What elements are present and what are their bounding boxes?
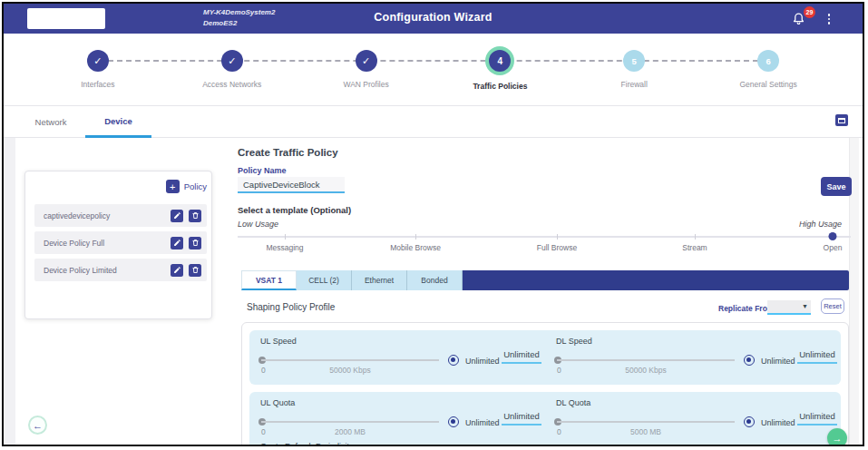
expand-panel-icon[interactable]: [835, 114, 848, 126]
quota-card: UL Quota 0 2000 MB Unlimited Unlimited D…: [249, 392, 841, 446]
unlimited-radio-label: Unlimited: [761, 357, 795, 366]
trash-icon: [191, 239, 200, 247]
policy-name: captivedevicepolicy: [34, 211, 171, 220]
slider-track[interactable]: [238, 236, 851, 238]
speed-card: UL Speed 0 50000 Kbps Unlimited Unlimite…: [249, 330, 841, 385]
wizard-stepper: Interfaces Access Networks WAN Profiles …: [4, 34, 863, 105]
unlimited-radio-label: Unlimited: [465, 418, 500, 427]
step-general-settings[interactable]: 6 General Settings: [701, 34, 835, 105]
slider-track[interactable]: [261, 421, 439, 423]
delete-policy-button[interactable]: [189, 210, 201, 222]
interface-tabbar-filler: [463, 270, 849, 290]
notifications-button[interactable]: 29: [792, 11, 808, 27]
unlimited-radio[interactable]: [448, 355, 459, 366]
back-button[interactable]: [28, 416, 47, 435]
delete-policy-button[interactable]: [189, 264, 201, 277]
policy-row[interactable]: captivedevicepolicy: [34, 204, 207, 227]
slider-min-value: 0: [261, 427, 266, 436]
tab-bonded[interactable]: Bonded: [407, 270, 463, 290]
ul-speed-section: UL Speed 0 50000 Kbps Unlimited Unlimite…: [249, 330, 545, 385]
slider-max-value: 50000 Kbps: [625, 366, 666, 375]
add-policy-label: Policy: [184, 181, 207, 191]
tab-ethernet[interactable]: Ethernet: [352, 270, 407, 290]
template-option-messaging[interactable]: Messaging: [266, 243, 303, 252]
high-usage-label: High Usage: [799, 220, 842, 229]
slider-min-value: 0: [557, 427, 561, 436]
policy-name: Device Policy Limited: [34, 266, 171, 275]
unlimited-radio-label: Unlimited: [465, 357, 500, 366]
unlimited-radio[interactable]: [744, 416, 755, 427]
dl-quota-label: DL Quota: [556, 398, 590, 407]
template-slider[interactable]: [238, 235, 851, 239]
pencil-icon: [173, 266, 181, 274]
pencil-icon: [173, 239, 181, 247]
dl-quota-section: DL Quota 0 5000 MB Unlimited Unlimited: [545, 392, 841, 446]
ul-quota-section: UL Quota 0 2000 MB Unlimited Unlimited: [249, 392, 545, 446]
left-gutter: [4, 138, 15, 445]
tab-cell[interactable]: CELL (2): [297, 270, 352, 290]
slider-thumb[interactable]: [828, 232, 836, 240]
slider-track[interactable]: [557, 421, 735, 423]
template-option-open[interactable]: Open: [824, 243, 843, 252]
check-icon: [221, 50, 243, 72]
policy-name: Device Policy Full: [34, 239, 171, 248]
ul-speed-value-input[interactable]: Unlimited: [502, 349, 541, 364]
slider-max-value: 2000 MB: [335, 427, 366, 436]
step-label: Traffic Policies: [473, 82, 527, 91]
step-number: 4: [489, 50, 511, 72]
overflow-menu-button[interactable]: [824, 12, 834, 26]
policy-name-label: Policy Name: [238, 166, 287, 175]
app-window: MY-K4DemoSystem2 DemoES2 Configuration W…: [2, 2, 864, 446]
dl-speed-section: DL Speed 0 50000 Kbps Unlimited Unlimite…: [545, 330, 841, 385]
ul-quota-value-input[interactable]: Unlimited: [502, 411, 541, 426]
slider-min-value: 0: [261, 366, 266, 375]
step-label: Access Networks: [202, 80, 261, 89]
tab-device[interactable]: Device: [85, 106, 151, 138]
policy-list-panel: Policy captivedevicepolicy Device Policy…: [24, 171, 212, 319]
check-icon: [87, 50, 109, 72]
dl-speed-value-input[interactable]: Unlimited: [797, 349, 837, 364]
delete-policy-button[interactable]: [189, 237, 201, 249]
template-option-mobile-browse[interactable]: Mobile Browse: [390, 243, 441, 252]
tab-vsat1[interactable]: VSAT 1: [241, 270, 297, 290]
unlimited-radio[interactable]: [744, 355, 755, 366]
next-button[interactable]: [827, 428, 847, 446]
add-policy-button[interactable]: Policy: [166, 180, 207, 193]
reset-button[interactable]: Reset: [821, 298, 844, 314]
step-interfaces[interactable]: Interfaces: [31, 34, 165, 105]
policy-name-input[interactable]: [238, 177, 345, 193]
trash-icon: [191, 211, 200, 220]
edit-policy-button[interactable]: [171, 237, 183, 249]
slider-track[interactable]: [261, 359, 439, 361]
unlimited-radio-label: Unlimited: [761, 418, 795, 427]
section-title: Create Traffic Policy: [238, 147, 338, 158]
check-icon: [356, 50, 377, 72]
policy-row[interactable]: Device Policy Full: [34, 231, 207, 254]
plus-icon: [166, 180, 180, 193]
dl-quota-value-input[interactable]: Unlimited: [797, 411, 837, 426]
step-label: Interfaces: [81, 80, 114, 89]
tab-network[interactable]: Network: [16, 106, 85, 138]
shaping-title: Shaping Policy Profile: [247, 302, 335, 312]
dl-speed-label: DL Speed: [556, 337, 592, 346]
policy-row[interactable]: Device Policy Limited: [34, 259, 207, 281]
unlimited-radio[interactable]: [448, 416, 459, 427]
step-label: Firewall: [621, 80, 648, 89]
step-firewall[interactable]: 5 Firewall: [567, 34, 701, 105]
step-wan-profiles[interactable]: WAN Profiles: [299, 34, 434, 105]
edit-policy-button[interactable]: [171, 210, 183, 222]
step-number: 5: [623, 50, 645, 72]
slider-track[interactable]: [557, 359, 735, 361]
step-access-networks[interactable]: Access Networks: [165, 34, 299, 105]
ul-speed-label: UL Speed: [260, 337, 297, 346]
template-option-full-browse[interactable]: Full Browse: [537, 243, 577, 252]
edit-policy-button[interactable]: [171, 264, 183, 277]
notification-count-badge[interactable]: 29: [804, 6, 815, 18]
step-traffic-policies[interactable]: 4 Traffic Policies: [433, 34, 567, 105]
slider-max-value: 5000 MB: [630, 427, 661, 436]
step-label: General Settings: [739, 80, 796, 89]
save-button[interactable]: Save: [821, 177, 852, 196]
slider-max-value: 50000 Kbps: [329, 366, 370, 375]
template-option-stream[interactable]: Stream: [682, 243, 707, 252]
replicate-from-dropdown[interactable]: [767, 300, 811, 315]
